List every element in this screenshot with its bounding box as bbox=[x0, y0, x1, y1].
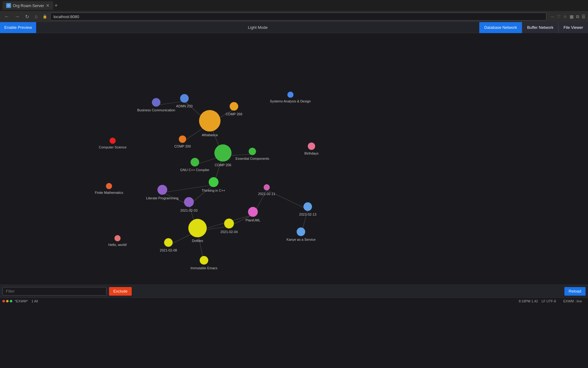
node-circle-literate-prog bbox=[157, 185, 167, 195]
node-label-2021-02-04: 2021-02-04 bbox=[221, 230, 238, 234]
extensions-button[interactable]: ··· bbox=[551, 14, 554, 19]
forward-button[interactable]: → bbox=[13, 13, 21, 21]
node-circle-kanye bbox=[297, 228, 305, 236]
node-label-computer-science: Computer Science bbox=[99, 145, 127, 149]
node-business-comm[interactable]: Business Communication bbox=[137, 98, 175, 112]
nav-tabs: Database Network Buffer Network File Vie… bbox=[479, 22, 588, 33]
node-thinking-cpp[interactable]: Thinking in C++ bbox=[202, 177, 225, 193]
tab-close-button[interactable]: ✕ bbox=[46, 3, 50, 8]
node-circle-essential-components bbox=[249, 148, 256, 155]
node-circle-immutable-emacs bbox=[200, 256, 208, 265]
node-comp268[interactable]: COMP 268 bbox=[226, 102, 242, 116]
node-circle-computer-science bbox=[110, 138, 116, 144]
home-button[interactable]: ⌂ bbox=[33, 13, 40, 21]
tab-buffer-network[interactable]: Buffer Network bbox=[522, 22, 558, 33]
tab-database-network[interactable]: Database Network bbox=[479, 22, 522, 33]
bottom-bar: Exclude Reload bbox=[0, 285, 588, 297]
node-label-thinking-cpp: Thinking in C++ bbox=[202, 188, 225, 193]
node-label-admn233: ADMN 233 bbox=[176, 104, 193, 108]
node-literate-prog[interactable]: Literate Programming bbox=[146, 185, 179, 200]
node-immutable-emacs[interactable]: Immutable Emacs bbox=[190, 256, 217, 270]
node-2021-02-04[interactable]: 2021-02-04 bbox=[221, 219, 238, 234]
node-label-birthdays: Birthdays bbox=[304, 151, 318, 155]
menu-button[interactable]: ☰ bbox=[582, 14, 586, 19]
node-dotfiles[interactable]: Dotfiles bbox=[188, 219, 207, 243]
new-tab-button[interactable]: + bbox=[55, 3, 58, 8]
graph-area: Business CommunicationADMN 233COMP 268Sy… bbox=[0, 33, 588, 285]
node-2021-02-08[interactable]: 2021-02-08 bbox=[160, 238, 177, 252]
node-label-literate-prog: Literate Programming bbox=[146, 196, 179, 200]
bookmark-button[interactable]: ☆ bbox=[563, 14, 567, 19]
node-circle-2021-02-04 bbox=[224, 219, 234, 228]
exclude-button[interactable]: Exclude bbox=[109, 287, 132, 296]
reload-button[interactable]: ↻ bbox=[23, 13, 31, 21]
node-label-hello-world: Hello, world! bbox=[108, 243, 127, 247]
node-label-immutable-emacs: Immutable Emacs bbox=[190, 266, 217, 270]
tab-favicon: O bbox=[6, 3, 11, 8]
browser-tab[interactable]: O Org Roam Server ✕ bbox=[2, 1, 53, 10]
node-birthdays[interactable]: Birthdays bbox=[304, 143, 318, 155]
desktop-label: 1 All bbox=[32, 299, 38, 303]
node-label-business-comm: Business Communication bbox=[137, 108, 175, 112]
node-label-gnu-cpp: GNU C++ Compiler bbox=[180, 168, 209, 172]
address-input[interactable] bbox=[50, 13, 547, 21]
reload-graph-button[interactable]: Reload bbox=[564, 287, 586, 296]
status-bar: *EXWM* 1 All 8:18PM 1.42 LF UTF-8 EXWM :… bbox=[0, 297, 588, 304]
sidebar-button[interactable]: ▦ bbox=[570, 14, 574, 19]
node-hello-world[interactable]: Hello, world! bbox=[108, 235, 127, 247]
security-icon: 🔒 bbox=[41, 14, 48, 19]
node-circle-admn233 bbox=[180, 94, 189, 103]
status-dots bbox=[2, 300, 12, 302]
node-2021-02-03[interactable]: 2021-02-03 bbox=[180, 197, 198, 213]
status-time: 8:18PM 1.42 bbox=[519, 299, 538, 303]
node-athabasca[interactable]: Athabasca bbox=[199, 110, 221, 137]
tab-bar: O Org Roam Server ✕ + bbox=[0, 0, 588, 11]
node-label-plantUML: PlantUML bbox=[246, 218, 260, 222]
node-circle-plantUML bbox=[248, 207, 258, 217]
node-label-2021-02-13: 2021-02-13 bbox=[299, 212, 316, 217]
node-systems-analysis[interactable]: Systems Analysis & Design bbox=[270, 92, 311, 103]
node-circle-hello-world bbox=[115, 235, 121, 241]
node-circle-gnu-cpp bbox=[190, 158, 199, 167]
node-circle-2021-02-08 bbox=[164, 238, 173, 247]
back-button[interactable]: ← bbox=[2, 13, 11, 21]
filter-input[interactable] bbox=[2, 287, 107, 296]
node-finite-math[interactable]: Finite Mathematics bbox=[95, 183, 123, 195]
node-gnu-cpp[interactable]: GNU C++ Compiler bbox=[180, 158, 209, 172]
node-admn233[interactable]: ADMN 233 bbox=[176, 94, 193, 108]
node-circle-dotfiles bbox=[188, 219, 207, 237]
pocket-button[interactable]: ♡ bbox=[557, 14, 561, 19]
node-2021-02-13[interactable]: 2021-02-13 bbox=[299, 202, 316, 217]
node-comp200[interactable]: COMP 200 bbox=[174, 136, 191, 148]
node-computer-science[interactable]: Computer Science bbox=[99, 138, 127, 149]
node-label-systems-analysis: Systems Analysis & Design bbox=[270, 99, 311, 103]
address-bar: ← → ↻ ⌂ 🔒 ··· ♡ ☆ ▦ ⧉ ☰ bbox=[0, 11, 588, 22]
node-comp206[interactable]: COMP 206 bbox=[214, 144, 232, 167]
node-circle-business-comm bbox=[152, 98, 160, 107]
node-circle-comp200 bbox=[179, 136, 186, 143]
dot-yellow bbox=[6, 300, 9, 302]
node-plantUML[interactable]: PlantUML bbox=[246, 207, 260, 222]
node-circle-thinking-cpp bbox=[209, 177, 218, 187]
node-label-kanye: Kanye as a Service bbox=[287, 237, 316, 242]
node-label-comp268: COMP 268 bbox=[226, 112, 242, 116]
tab-file-viewer[interactable]: File Viewer bbox=[558, 22, 588, 33]
node-label-comp200: COMP 200 bbox=[174, 144, 191, 148]
node-circle-systems-analysis bbox=[287, 92, 293, 98]
node-circle-finite-math bbox=[106, 183, 112, 189]
node-label-comp206: COMP 206 bbox=[214, 163, 232, 167]
node-essential-components[interactable]: Essential Components bbox=[236, 148, 269, 161]
graph-svg bbox=[0, 33, 588, 285]
node-circle-2021-02-11 bbox=[264, 184, 270, 190]
dot-green bbox=[10, 300, 12, 302]
node-label-finite-math: Finite Mathematics bbox=[95, 190, 123, 195]
workspace-label: *EXWM* bbox=[15, 299, 28, 303]
node-kanye[interactable]: Kanye as a Service bbox=[287, 228, 316, 242]
node-circle-2021-02-03 bbox=[184, 197, 194, 207]
enable-preview-button[interactable]: Enable Preview bbox=[0, 22, 36, 33]
node-2021-02-11[interactable]: 2021-02-11 bbox=[258, 184, 275, 196]
node-circle-comp206 bbox=[214, 144, 232, 162]
pip-button[interactable]: ⧉ bbox=[576, 14, 579, 19]
node-circle-2021-02-13 bbox=[303, 202, 312, 211]
dot-red bbox=[2, 300, 5, 302]
